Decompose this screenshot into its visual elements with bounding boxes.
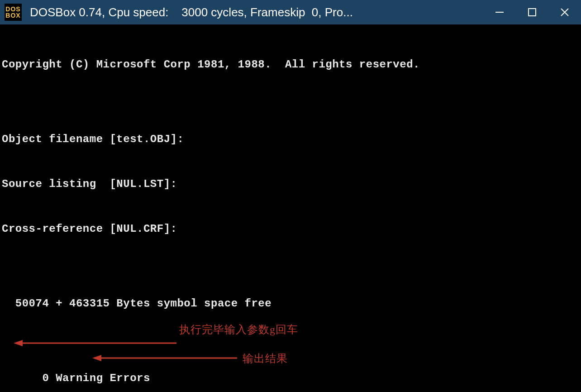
terminal-line: 50074 + 463315 Bytes symbol space free [2, 296, 579, 311]
annotation-arrow-2 [92, 354, 237, 363]
close-button[interactable] [548, 0, 581, 24]
terminal-line: Cross-reference [NUL.CRF]: [2, 221, 579, 236]
window-title: DOSBox 0.74, Cpu speed: 3000 cycles, Fra… [30, 5, 353, 19]
svg-rect-1 [529, 9, 536, 16]
maximize-icon [528, 8, 537, 17]
terminal-line: Copyright (C) Microsoft Corp 1981, 1988.… [2, 57, 579, 72]
annotation-text-2: 输出结果 [243, 351, 288, 366]
terminal-line: 0 Warning Errors [2, 371, 579, 386]
icon-text-bottom: BOX [5, 12, 20, 19]
minimize-icon [494, 7, 505, 18]
close-icon [559, 7, 570, 18]
annotation-arrow-1 [14, 339, 176, 348]
annotation-text-1: 执行完毕输入参数g回车 [179, 322, 298, 337]
svg-marker-7 [92, 355, 101, 361]
maximize-button[interactable] [516, 0, 548, 24]
dosbox-icon: DOS BOX [5, 4, 22, 21]
icon-text-top: DOS [5, 6, 20, 12]
terminal-line: Object filename [test.OBJ]: [2, 132, 579, 147]
svg-marker-5 [14, 340, 23, 346]
terminal-line: Source listing [NUL.LST]: [2, 177, 579, 191]
minimize-button[interactable] [483, 0, 516, 24]
terminal-output[interactable]: Copyright (C) Microsoft Corp 1981, 1988.… [0, 24, 581, 392]
titlebar[interactable]: DOS BOX DOSBox 0.74, Cpu speed: 3000 cyc… [0, 0, 581, 24]
